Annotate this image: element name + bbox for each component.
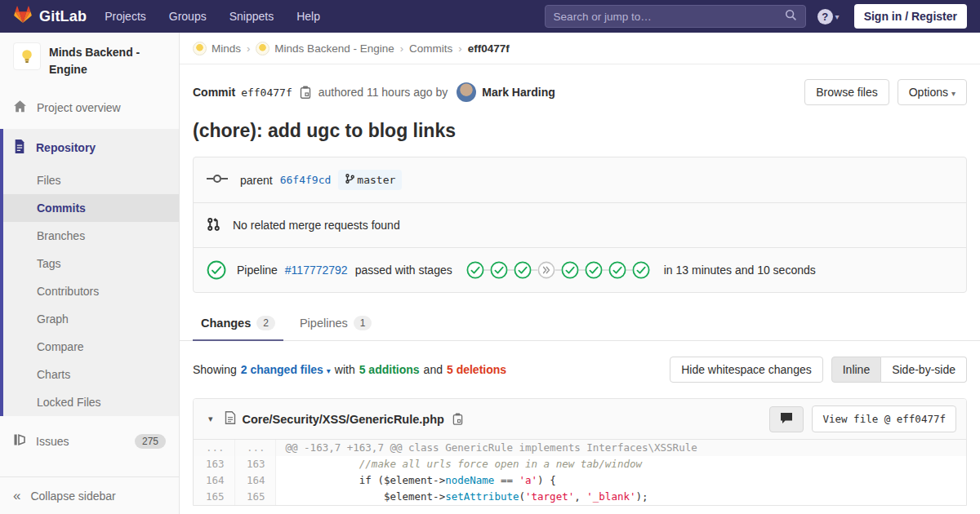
- pipeline-status-icon[interactable]: [207, 260, 226, 280]
- commit-graph-icon: [207, 173, 228, 187]
- stage-passed-icon[interactable]: [579, 261, 603, 279]
- search-box[interactable]: [545, 5, 806, 28]
- sidebar-item-project-overview[interactable]: Project overview: [0, 90, 179, 126]
- chevron-right-icon: ›: [400, 42, 403, 55]
- sidebar-item-issues[interactable]: Issues 275: [0, 423, 179, 459]
- line-number[interactable]: ...: [234, 440, 275, 456]
- sidebar-item-locked-files[interactable]: Locked Files: [3, 388, 179, 416]
- stage-skipped-icon[interactable]: [532, 261, 555, 279]
- help-menu[interactable]: ? ▾: [817, 9, 840, 24]
- file-path[interactable]: Core/Security/XSS/GenericRule.php: [243, 413, 444, 426]
- sidebar-item-contributors[interactable]: Contributors: [3, 277, 179, 305]
- sidebar-item-charts[interactable]: Charts: [3, 361, 179, 388]
- stage-passed-icon[interactable]: [603, 261, 626, 279]
- with-label: with: [335, 363, 355, 376]
- copy-path-button[interactable]: [451, 413, 465, 425]
- tab-changes[interactable]: Changes2: [193, 306, 283, 340]
- stage-passed-icon[interactable]: [626, 261, 650, 279]
- code-line: @@ -163,7 +163,7 @@ class GenericRule im…: [275, 440, 966, 456]
- issues-count-badge: 275: [135, 434, 166, 449]
- breadcrumb-item-commits[interactable]: Commits: [409, 42, 452, 55]
- line-number[interactable]: 165: [234, 489, 275, 505]
- file-icon: [225, 411, 236, 428]
- project-title: Minds Backend - Engine: [49, 42, 166, 78]
- showing-label: Showing: [193, 363, 237, 376]
- sidebar-item-repository[interactable]: Repository: [3, 129, 179, 166]
- navbar-item-snippets[interactable]: Snippets: [229, 10, 274, 23]
- tab-count-badge: 1: [354, 316, 372, 330]
- author-name[interactable]: Mark Harding: [482, 86, 555, 99]
- line-number[interactable]: ...: [194, 440, 234, 456]
- pipeline-label: Pipeline: [237, 264, 278, 277]
- project-avatar-bulb-icon: [13, 42, 41, 70]
- stage-passed-icon[interactable]: [508, 261, 532, 279]
- sidebar-item-files[interactable]: Files: [3, 166, 179, 194]
- gitlab-logo[interactable]: GitLab: [13, 5, 87, 28]
- merge-requests-row: No related merge requests found: [194, 202, 966, 247]
- stage-passed-icon[interactable]: [484, 261, 508, 279]
- repository-section: Repository FilesCommitsBranchesTagsContr…: [0, 129, 179, 416]
- breadcrumb-item-minds-backend-engine[interactable]: Minds Backend - Engine: [256, 42, 394, 55]
- issues-icon: [13, 433, 26, 449]
- commit-title: (chore): add ugc to blog links: [180, 109, 980, 157]
- pipeline-id-link[interactable]: #117772792: [285, 264, 348, 277]
- diff-row: 163163 //make all urls force open in a n…: [194, 456, 966, 472]
- options-button[interactable]: Options▾: [898, 79, 967, 105]
- breadcrumb-avatar: [256, 42, 270, 55]
- sidebar-item-commits[interactable]: Commits: [3, 194, 179, 222]
- branch-icon: [345, 173, 355, 187]
- collapse-sidebar-button[interactable]: « Collapse sidebar: [0, 476, 179, 514]
- tab-pipelines[interactable]: Pipelines1: [292, 306, 381, 340]
- line-number[interactable]: 163: [194, 456, 234, 472]
- no-merge-requests-text: No related merge requests found: [233, 219, 400, 232]
- project-context-link[interactable]: Minds Backend - Engine: [0, 33, 179, 90]
- toggle-comments-button[interactable]: [769, 406, 804, 432]
- navbar-item-help[interactable]: Help: [296, 10, 320, 23]
- search-input[interactable]: [554, 11, 785, 23]
- chevron-right-icon: ›: [247, 42, 250, 55]
- branch-name: master: [357, 174, 395, 186]
- collapse-diff-caret-icon[interactable]: ▾: [203, 414, 218, 424]
- browse-files-button[interactable]: Browse files: [804, 79, 889, 105]
- stage-passed-icon[interactable]: [555, 261, 579, 279]
- inline-view-button[interactable]: Inline: [831, 357, 881, 383]
- main-content: Minds›Minds Backend - Engine›Commits›eff…: [180, 33, 980, 506]
- deletions-count: 5 deletions: [447, 363, 506, 376]
- side-by-side-view-button[interactable]: Side-by-side: [881, 357, 967, 383]
- home-icon: [13, 100, 27, 116]
- commit-label: Commit: [193, 86, 235, 99]
- pipeline-row: Pipeline #117772792 passed with stages i…: [194, 247, 966, 292]
- tab-count-badge: 2: [256, 316, 275, 330]
- view-file-button[interactable]: View file @ eff0477f: [812, 405, 956, 432]
- changed-files-dropdown[interactable]: 2 changed files ▾: [241, 363, 331, 376]
- author-avatar[interactable]: [457, 82, 476, 102]
- sidebar-item-branches[interactable]: Branches: [3, 222, 179, 250]
- chevron-right-icon: ›: [458, 42, 461, 55]
- parent-sha-link[interactable]: 66f4f9cd: [280, 174, 332, 186]
- line-number[interactable]: 164: [234, 472, 275, 489]
- hide-whitespace-button[interactable]: Hide whitespace changes: [670, 357, 823, 383]
- branch-badge[interactable]: master: [338, 170, 402, 190]
- sidebar-item-tags[interactable]: Tags: [3, 250, 179, 277]
- sidebar-item-label: Project overview: [37, 101, 121, 114]
- breadcrumb-avatar: [193, 42, 207, 55]
- stage-passed-icon[interactable]: [466, 261, 484, 279]
- line-number[interactable]: 164: [194, 472, 234, 489]
- file-diff-box: ▾ Core/Security/XSS/GenericRule.php: [193, 398, 967, 506]
- sidebar-item-compare[interactable]: Compare: [3, 333, 179, 361]
- help-icon: ?: [817, 9, 833, 24]
- line-number[interactable]: 165: [194, 489, 234, 505]
- commit-sha: eff0477f: [241, 86, 292, 99]
- repo-subitems: FilesCommitsBranchesTagsContributorsGrap…: [3, 166, 179, 416]
- brand-name: GitLab: [39, 8, 87, 25]
- breadcrumb-item-minds[interactable]: Minds: [193, 42, 241, 55]
- sidebar: Minds Backend - Engine Project overview …: [0, 33, 180, 514]
- line-number[interactable]: 163: [234, 456, 275, 472]
- pipeline-duration: in 13 minutes and 10 seconds: [664, 264, 816, 277]
- sidebar-item-graph[interactable]: Graph: [3, 305, 179, 333]
- navbar-item-projects[interactable]: Projects: [105, 10, 146, 23]
- copy-sha-button[interactable]: [298, 86, 313, 99]
- pipeline-status-text: passed with stages: [355, 264, 452, 277]
- sign-in-button[interactable]: Sign in / Register: [854, 4, 967, 29]
- navbar-item-groups[interactable]: Groups: [169, 10, 207, 23]
